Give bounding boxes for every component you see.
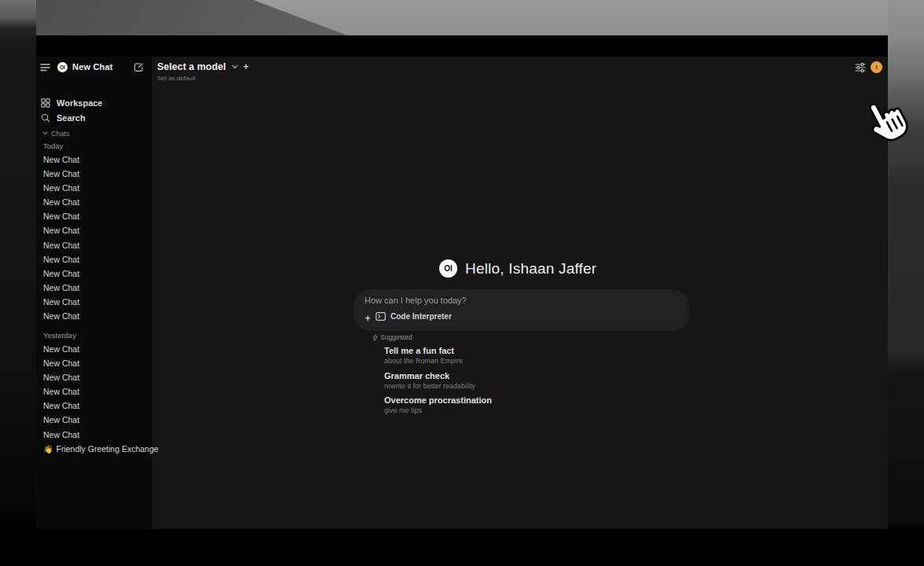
chat-list-item[interactable]: New Chat <box>43 297 79 307</box>
chat-list-item[interactable]: New Chat <box>43 387 79 396</box>
code-interpreter-toggle[interactable]: Code Interpreter <box>376 312 452 321</box>
set-as-default-link[interactable]: Set as default <box>157 75 196 82</box>
chat-list-item[interactable]: New Chat <box>43 255 79 264</box>
openwebui-logo-icon: OI <box>57 62 68 72</box>
prompt-subtitle: about the Roman Empire <box>384 357 463 365</box>
hamburger-icon <box>40 63 50 72</box>
chat-list-item[interactable]: New Chat <box>43 344 79 354</box>
wave-emoji-icon: 👋 <box>43 445 53 454</box>
prompt-title: Overcome procrastination <box>384 395 492 405</box>
chat-group-label-yesterday: Yesterday <box>43 331 76 340</box>
plus-icon: + <box>365 314 370 323</box>
suggested-prompt[interactable]: Overcome procrastination give me tips <box>384 395 492 414</box>
bolt-icon <box>372 334 378 341</box>
chevron-down-icon <box>232 64 238 69</box>
prompt-subtitle: give me tips <box>384 406 492 414</box>
window-top-strip <box>36 35 888 57</box>
backdrop-right-strip <box>888 0 924 566</box>
chat-list-item[interactable]: New Chat <box>43 241 79 250</box>
chat-list-item[interactable]: New Chat <box>43 169 79 178</box>
chat-list-item[interactable]: New Chat <box>43 415 79 424</box>
chat-list-item[interactable]: New Chat <box>43 226 79 235</box>
controls-settings-button[interactable] <box>855 62 866 73</box>
chat-list-item[interactable]: New Chat <box>43 197 79 207</box>
chat-list-item[interactable]: New Chat <box>43 311 79 321</box>
workspace-grid-icon <box>41 98 50 108</box>
chat-list-item-friendly-greeting[interactable]: 👋 Friendly Greeting Exchange <box>43 444 159 454</box>
prompt-subtitle: rewrite it for better readability <box>384 382 475 390</box>
user-avatar[interactable]: I <box>871 61 882 73</box>
chat-list-item[interactable]: New Chat <box>43 401 79 410</box>
add-model-button[interactable]: + <box>244 62 249 72</box>
workspace-label: Workspace <box>57 98 103 108</box>
sidebar-header-new-chat[interactable]: OI New Chat <box>57 60 113 74</box>
chats-section-label: Chats <box>51 130 70 138</box>
sidebar-item-search[interactable]: Search <box>41 112 86 124</box>
sliders-icon <box>855 62 866 73</box>
attach-button[interactable]: + <box>361 312 374 325</box>
search-icon <box>41 113 50 123</box>
suggested-header: Suggested <box>372 333 412 341</box>
backdrop-left-strip <box>0 0 36 566</box>
chat-list-item[interactable]: New Chat <box>43 373 79 382</box>
chats-section-header[interactable]: Chats <box>42 128 70 138</box>
sidebar-item-workspace[interactable]: Workspace <box>41 97 103 109</box>
sidebar-toggle-button[interactable] <box>40 61 50 72</box>
chat-group-label-today: Today <box>43 142 63 150</box>
model-selector[interactable]: Select a model + <box>157 61 249 72</box>
code-interpreter-label: Code Interpreter <box>390 312 452 321</box>
backdrop-diagonal-shape <box>36 0 888 35</box>
prompt-title: Grammar check <box>384 371 475 380</box>
app-window: OI New Chat Workspace Search Chats <box>36 35 888 529</box>
chat-list-item[interactable]: New Chat <box>43 183 79 193</box>
backdrop-top-band <box>36 0 888 35</box>
model-selector-label: Select a model <box>157 61 226 72</box>
code-interpreter-icon <box>376 312 386 321</box>
message-input[interactable] <box>365 296 600 305</box>
search-label: Search <box>57 113 86 123</box>
greeting-text: Hello, Ishaan Jaffer <box>465 260 596 277</box>
new-chat-compose-button[interactable] <box>134 61 144 72</box>
suggested-label: Suggested <box>380 333 412 341</box>
suggested-prompt[interactable]: Grammar check rewrite it for better read… <box>384 371 475 390</box>
chat-list-item[interactable]: New Chat <box>43 211 79 221</box>
chevron-down-icon <box>42 131 48 135</box>
chat-list-item[interactable]: New Chat <box>43 358 79 368</box>
chat-list-item[interactable]: New Chat <box>43 283 79 292</box>
sidebar-title: New Chat <box>72 62 113 72</box>
suggested-prompt[interactable]: Tell me a fun fact about the Roman Empir… <box>384 346 463 365</box>
compose-icon <box>134 62 144 72</box>
message-composer[interactable]: + Code Interpreter <box>354 289 689 331</box>
chat-title: Friendly Greeting Exchange <box>56 444 158 454</box>
openwebui-logo-icon: OI <box>439 259 457 277</box>
prompt-title: Tell me a fun fact <box>384 346 463 355</box>
chat-list-item[interactable]: New Chat <box>43 155 79 164</box>
sidebar: OI New Chat Workspace Search Chats <box>36 57 152 529</box>
chat-list-item[interactable]: New Chat <box>43 430 79 439</box>
chat-list-item[interactable]: New Chat <box>43 269 79 278</box>
greeting-row: OI Hello, Ishaan Jaffer <box>439 259 596 277</box>
